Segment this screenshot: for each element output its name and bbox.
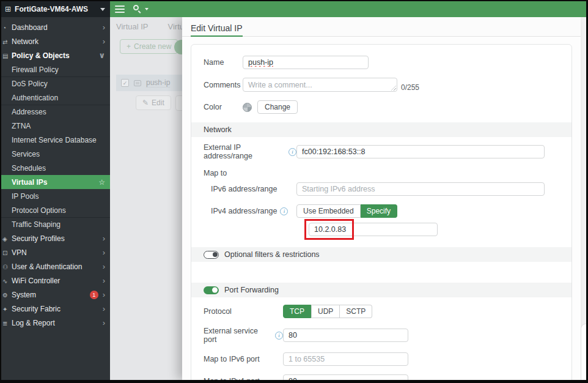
optional-filters-toggle[interactable]	[204, 251, 219, 259]
sidebar-item-user-authentication[interactable]: ⚇User & Authentication›	[1, 259, 110, 273]
chevron-right-icon: ›	[103, 319, 105, 327]
map-ipv4-port-label: Map to IPv4 port	[204, 377, 283, 380]
sidebar-item-virtual-ips[interactable]: Virtual IPs☆	[1, 175, 110, 189]
search-caret-icon[interactable]	[145, 8, 149, 10]
comments-row: Comments 0/255	[204, 78, 559, 92]
sidebar-item-security-profiles[interactable]: ◈Security Profiles›	[1, 231, 110, 245]
mapped-ipv4-row	[309, 223, 559, 236]
chevron-right-icon: ›	[103, 305, 105, 313]
hamburger-menu-icon[interactable]	[115, 6, 125, 13]
comments-label: Comments	[204, 81, 243, 89]
ipv6-range-input[interactable]	[296, 182, 545, 196]
sidebar-item-firewall-policy[interactable]: Firewall Policy	[1, 62, 110, 76]
gear-icon: ⚙	[2, 291, 8, 298]
chevron-right-icon: ›	[103, 262, 105, 270]
fortigate-logo-icon: ⊞	[5, 5, 11, 13]
map-ipv6-port-row: Map to IPv6 port	[204, 352, 559, 366]
protocol-tcp-option[interactable]: TCP	[283, 305, 311, 318]
chevron-right-icon: ›	[103, 23, 105, 31]
info-icon[interactable]: i	[275, 332, 283, 340]
sidebar-item-services[interactable]: Services	[1, 147, 110, 161]
sidebar-item-dos-policy[interactable]: DoS Policy	[1, 76, 110, 91]
info-icon[interactable]: i	[280, 207, 288, 215]
use-embedded-option[interactable]: Use Embedded	[296, 204, 361, 218]
external-ip-label: External IP address/range i	[204, 143, 296, 160]
char-counter: 0/255	[401, 83, 419, 92]
ipv6-range-label: IPv6 address/range	[211, 185, 296, 193]
log-report-icon: ≣	[2, 319, 7, 326]
wifi-icon: ∿	[2, 277, 7, 284]
external-ip-row: External IP address/range i	[204, 143, 559, 160]
comments-input[interactable]	[243, 78, 397, 92]
color-row: Color Change	[204, 100, 559, 114]
sidebar-item-internet-service-database[interactable]: Internet Service Database	[1, 133, 110, 147]
chevron-right-icon: ›	[103, 277, 105, 284]
sidebar-item-security-fabric[interactable]: ✦Security Fabric›	[1, 302, 110, 316]
protocol-row: Protocol TCP UDP SCTP	[204, 305, 559, 318]
chevron-right-icon: ›	[103, 37, 105, 45]
hostname-selector[interactable]: ⊞ FortiGate-VM64-AWS	[1, 1, 110, 17]
network-section-header: Network	[191, 122, 571, 137]
sidebar-item-schedules[interactable]: Schedules	[1, 161, 110, 175]
sidebar-item-network[interactable]: ⇄Network›	[1, 34, 110, 48]
optional-filters-section: Optional filters & restrictions	[191, 247, 571, 262]
sidebar-item-ztna[interactable]: ZTNA	[1, 119, 110, 133]
change-color-button[interactable]: Change	[257, 100, 298, 114]
favorite-star-icon[interactable]: ☆	[98, 178, 105, 187]
external-service-port-label: External service port i	[204, 327, 283, 344]
sidebar-item-ip-pools[interactable]: IP Pools	[1, 189, 110, 203]
alert-count-badge: 1	[90, 291, 98, 299]
protocol-sctp-option[interactable]: SCTP	[340, 305, 372, 318]
map-ipv6-port-label: Map to IPv6 port	[204, 355, 283, 363]
protocol-label: Protocol	[204, 307, 283, 316]
dashboard-icon: ◔	[2, 24, 6, 31]
chevron-right-icon: ›	[103, 248, 105, 256]
protocol-segmented: TCP UDP SCTP	[283, 305, 372, 318]
panel-title: Edit Virtual IP	[191, 23, 243, 37]
mapped-ipv4-input[interactable]	[309, 223, 438, 236]
protocol-udp-option[interactable]: UDP	[311, 305, 340, 318]
security-profiles-icon: ◈	[2, 235, 7, 242]
sidebar-item-policy-objects[interactable]: ▤Policy & Objects∨	[1, 48, 110, 62]
chevron-right-icon: ›	[103, 234, 105, 242]
map-ipv4-port-row: Map to IPv4 port	[204, 374, 559, 380]
security-fabric-icon: ✦	[2, 305, 7, 312]
sidebar: ⊞ FortiGate-VM64-AWS ◔Dashboard› ⇄Networ…	[1, 1, 110, 380]
port-forwarding-toggle[interactable]	[204, 286, 219, 294]
sidebar-item-addresses[interactable]: Addresses	[1, 105, 110, 119]
color-label: Color	[204, 103, 243, 111]
sidebar-item-dashboard[interactable]: ◔Dashboard›	[1, 20, 110, 34]
external-service-port-input[interactable]	[283, 329, 408, 342]
ipv4-range-row: IPv4 address/range i Use Embedded Specif…	[211, 204, 559, 218]
hostname-label: FortiGate-VM64-AWS	[15, 5, 98, 13]
form-card: Name Comments 0/255 Color Change N	[191, 44, 572, 380]
map-ipv4-port-input[interactable]	[283, 374, 408, 380]
sidebar-item-system[interactable]: ⚙System1›	[1, 288, 110, 302]
map-to-label: Map to	[204, 169, 559, 177]
sidebar-item-traffic-shaping[interactable]: Traffic Shaping	[1, 217, 110, 231]
external-service-port-row: External service port i	[204, 327, 559, 344]
edit-virtual-ip-panel: Edit Virtual IP Name Comments 0/255 Co	[182, 17, 581, 380]
sidebar-item-log-report[interactable]: ≣Log & Report›	[1, 316, 110, 330]
network-icon: ⇄	[2, 38, 7, 45]
main-area: Virtual IP Virtu + Create new ✓ push-ip …	[110, 1, 586, 380]
name-label: Name	[204, 58, 243, 67]
sidebar-item-authentication[interactable]: Authentication	[1, 91, 110, 105]
ipv6-range-row: IPv6 address/range	[211, 182, 559, 196]
ipv4-range-label: IPv4 address/range i	[211, 207, 296, 215]
specify-option[interactable]: Specify	[361, 204, 397, 218]
bottom-right-panel-corner	[581, 324, 586, 380]
sidebar-item-vpn[interactable]: ⊡VPN›	[1, 245, 110, 259]
map-ipv6-port-input[interactable]	[283, 352, 408, 366]
app-window: ⊞ FortiGate-VM64-AWS ◔Dashboard› ⇄Networ…	[0, 0, 588, 383]
sidebar-item-wifi-controller[interactable]: ∿WiFi Controller›	[1, 273, 110, 288]
info-icon[interactable]: i	[288, 148, 296, 156]
external-ip-input[interactable]	[296, 145, 545, 158]
chevron-right-icon: ›	[103, 291, 105, 299]
name-input[interactable]	[243, 56, 369, 69]
user-icon: ⚇	[2, 263, 8, 270]
color-palette-icon[interactable]	[243, 103, 252, 112]
sidebar-item-protocol-options[interactable]: Protocol Options	[1, 203, 110, 217]
search-icon[interactable]	[133, 5, 142, 13]
vpn-icon: ⊡	[2, 249, 7, 256]
